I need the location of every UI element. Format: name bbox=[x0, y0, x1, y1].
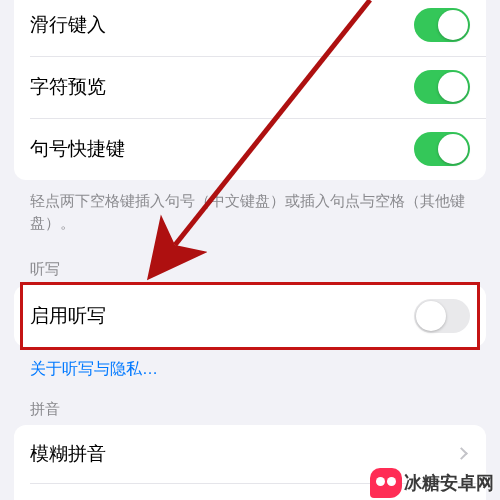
toggle-enable-dictation[interactable] bbox=[414, 299, 470, 333]
row-label: 滑行键入 bbox=[30, 12, 106, 38]
toggle-char-preview[interactable] bbox=[414, 70, 470, 104]
watermark-logo-icon bbox=[370, 468, 402, 498]
dictation-group: 启用听写 bbox=[14, 285, 486, 347]
section-header-pinyin: 拼音 bbox=[0, 390, 500, 425]
link-about-dictation-privacy[interactable]: 关于听写与隐私… bbox=[0, 347, 500, 390]
chevron-right-icon bbox=[455, 447, 468, 460]
watermark: 冰糖安卓网 bbox=[370, 468, 494, 498]
row-char-preview: 字符预览 bbox=[14, 56, 486, 118]
row-label: 句号快捷键 bbox=[30, 136, 125, 162]
keyboard-options-group: 滑行键入 字符预览 句号快捷键 bbox=[14, 0, 486, 180]
row-label: 模糊拼音 bbox=[30, 441, 106, 467]
keyboard-footnote: 轻点两下空格键插入句号（中文键盘）或插入句点与空格（其他键盘）。 bbox=[0, 180, 500, 250]
row-period-shortcut: 句号快捷键 bbox=[14, 118, 486, 180]
row-enable-dictation: 启用听写 bbox=[14, 285, 486, 347]
watermark-text: 冰糖安卓网 bbox=[404, 471, 494, 495]
toggle-period-shortcut[interactable] bbox=[414, 132, 470, 166]
section-header-dictation: 听写 bbox=[0, 250, 500, 285]
row-label: 字符预览 bbox=[30, 74, 106, 100]
row-label: 启用听写 bbox=[30, 303, 106, 329]
row-slide-typing: 滑行键入 bbox=[14, 0, 486, 56]
toggle-slide-typing[interactable] bbox=[414, 8, 470, 42]
